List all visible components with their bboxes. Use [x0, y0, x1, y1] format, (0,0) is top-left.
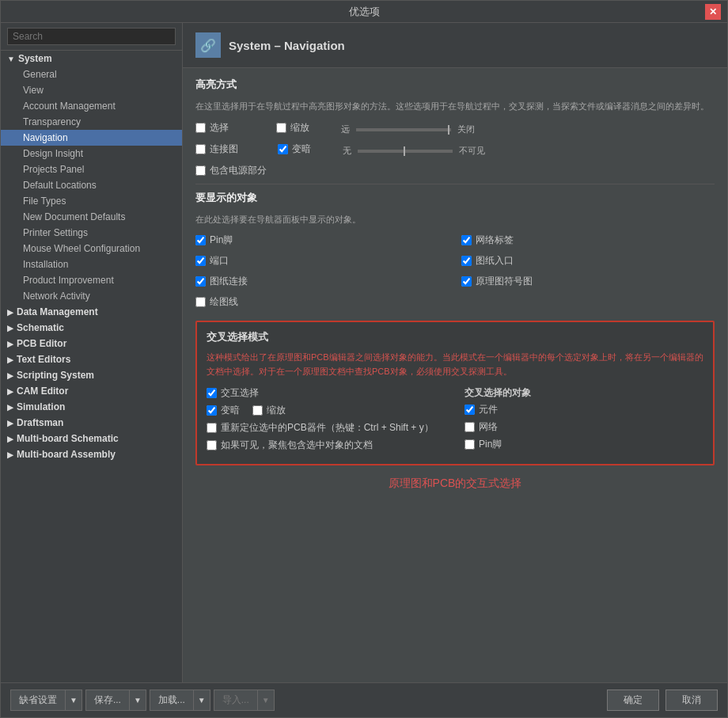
highlight-power-checkbox[interactable]	[195, 165, 206, 176]
cross-pin-checkbox[interactable]	[464, 439, 475, 450]
sidebar-item-file-types[interactable]: File Types	[1, 193, 182, 209]
defaults-arrow-button[interactable]: ▼	[65, 690, 82, 711]
sidebar-item-label-projects-panel: Projects Panel	[23, 164, 84, 175]
cross-dim-checkbox[interactable]	[207, 405, 217, 416]
display-items-grid: Pin脚 网络标签 端口 图纸入口	[195, 234, 715, 313]
tree-arrow-cam-editor: ▶	[7, 387, 13, 396]
slider-far[interactable]	[356, 128, 451, 131]
sidebar-item-account-management[interactable]: Account Management	[1, 98, 182, 114]
sidebar-item-label-default-locations: Default Locations	[23, 180, 97, 191]
sidebar-item-general[interactable]: General	[1, 66, 182, 82]
sidebar-item-label-printer-settings: Printer Settings	[23, 227, 88, 238]
footer: 缺省设置 ▼ 保存... ▼ 加载... ▼ 导入... ▼ 确定 取消	[1, 682, 727, 717]
window-title: 优选项	[23, 5, 705, 19]
search-input[interactable]	[7, 28, 176, 45]
sidebar-item-multi-board-assembly[interactable]: ▶Multi-board Assembly	[1, 446, 182, 462]
content-title: System – Navigation	[229, 39, 345, 52]
tree-arrow-scripting-system: ▶	[7, 371, 13, 380]
cross-dim-zoom-row: 变暗 缩放	[207, 404, 446, 421]
sidebar-item-draftsman[interactable]: ▶Draftsman	[1, 415, 182, 431]
sidebar-item-multi-board-schematic[interactable]: ▶Multi-board Schematic	[1, 431, 182, 446]
sidebar-item-system[interactable]: ▼System	[1, 51, 182, 66]
cross-focus: 如果可见，聚焦包含选中对象的文档	[207, 439, 446, 452]
sidebar-item-product-improvement[interactable]: Product Improvement	[1, 272, 182, 288]
display-netlabel-checkbox[interactable]	[461, 235, 472, 245]
cross-reposition-label: 重新定位选中的PCB器件（热键：Ctrl + Shift + y）	[221, 421, 434, 435]
load-arrow-button[interactable]: ▼	[193, 690, 210, 711]
sidebar-item-scripting-system[interactable]: ▶Scripting System	[1, 367, 182, 383]
sidebar-item-installation[interactable]: Installation	[1, 256, 182, 272]
navigation-icon: 🔗	[200, 38, 216, 53]
slider-invisible[interactable]	[358, 150, 453, 153]
sidebar-item-navigation[interactable]: Navigation	[1, 130, 182, 146]
display-drawline-checkbox[interactable]	[195, 297, 206, 307]
sidebar-item-cam-editor[interactable]: ▶CAM Editor	[1, 383, 182, 399]
cross-component-checkbox[interactable]	[464, 405, 475, 415]
display-schsymbol-checkbox[interactable]	[461, 276, 472, 287]
highlight-power-label: 包含电源部分	[210, 164, 267, 177]
cross-focus-checkbox[interactable]	[207, 440, 217, 450]
defaults-button[interactable]: 缺省设置	[10, 690, 65, 711]
display-sheetentry: 图纸入口	[461, 254, 715, 268]
sidebar-item-projects-panel[interactable]: Projects Panel	[1, 161, 182, 177]
sidebar-item-new-document-defaults[interactable]: New Document Defaults	[1, 209, 182, 225]
display-port-label: 端口	[210, 254, 229, 268]
save-button[interactable]: 保存...	[85, 690, 129, 711]
display-sheetconn-checkbox[interactable]	[195, 276, 206, 287]
close-button[interactable]: ✕	[705, 4, 721, 20]
display-pin-label: Pin脚	[210, 234, 233, 247]
defaults-btn-group: 缺省设置 ▼	[10, 690, 82, 711]
cross-zoom-checkbox[interactable]	[252, 405, 263, 416]
cross-mutual-select-checkbox[interactable]	[207, 388, 217, 398]
highlight-select-checkbox[interactable]	[195, 123, 206, 133]
highlight-section-desc: 在这里选择用于在导航过程中高亮图形对象的方法。这些选项用于在导航过程中，交叉探测…	[195, 100, 715, 113]
sidebar-item-transparency[interactable]: Transparency	[1, 114, 182, 130]
sidebar-item-simulation[interactable]: ▶Simulation	[1, 399, 182, 415]
cross-net-checkbox[interactable]	[464, 422, 475, 432]
cross-reposition-checkbox[interactable]	[207, 423, 217, 433]
tree-arrow-schematic: ▶	[7, 324, 13, 332]
sidebar-item-label-mouse-wheel-configuration: Mouse Wheel Configuration	[23, 243, 140, 254]
highlight-dim-checkbox[interactable]	[278, 144, 288, 154]
display-sheetentry-checkbox[interactable]	[461, 256, 472, 266]
sidebar-item-label-network-activity: Network Activity	[23, 291, 90, 302]
sidebar-item-network-activity[interactable]: Network Activity	[1, 288, 182, 304]
sidebar-item-data-management[interactable]: ▶Data Management	[1, 304, 182, 320]
tree-arrow-pcb-editor: ▶	[7, 340, 13, 348]
highlight-option-connected: 连接图	[195, 142, 238, 156]
display-section-desc: 在此处选择要在导航器面板中显示的对象。	[195, 213, 715, 226]
load-button[interactable]: 加载...	[150, 690, 193, 711]
import-arrow-button[interactable]: ▼	[257, 690, 275, 711]
display-netlabel: 网络标签	[461, 234, 715, 247]
cross-select-box: 交叉选择模式 这种模式给出了在原理图和PCB编辑器之间选择对象的能力。当此模式在…	[195, 321, 715, 465]
sidebar-item-mouse-wheel-configuration[interactable]: Mouse Wheel Configuration	[1, 241, 182, 256]
sidebar-item-label-multi-board-assembly: Multi-board Assembly	[17, 449, 116, 460]
highlight-zoom-label: 缩放	[290, 121, 309, 135]
display-sheetconn: 图纸连接	[195, 275, 449, 288]
ok-button[interactable]: 确定	[607, 690, 659, 711]
display-pin-checkbox[interactable]	[195, 235, 206, 245]
sidebar-item-default-locations[interactable]: Default Locations	[1, 177, 182, 193]
sidebar-item-text-editors[interactable]: ▶Text Editors	[1, 351, 182, 367]
highlight-zoom-checkbox[interactable]	[276, 123, 286, 133]
sidebar-item-label-file-types: File Types	[23, 196, 66, 207]
highlight-section-title: 高亮方式	[195, 78, 715, 95]
sidebar-item-printer-settings[interactable]: Printer Settings	[1, 225, 182, 241]
cross-zoom-label: 缩放	[267, 404, 286, 417]
highlight-connected-checkbox[interactable]	[195, 144, 206, 154]
cross-pin: Pin脚	[464, 438, 703, 451]
sidebar-item-schematic[interactable]: ▶Schematic	[1, 320, 182, 336]
sidebar-item-label-scripting-system: Scripting System	[17, 370, 94, 381]
sidebar-item-label-product-improvement: Product Improvement	[23, 275, 114, 286]
import-button[interactable]: 导入...	[214, 690, 257, 711]
display-netlabel-label: 网络标签	[476, 234, 514, 247]
save-arrow-button[interactable]: ▼	[129, 690, 146, 711]
display-port-checkbox[interactable]	[195, 256, 206, 266]
sidebar-item-pcb-editor[interactable]: ▶PCB Editor	[1, 336, 182, 351]
cross-desc: 这种模式给出了在原理图和PCB编辑器之间选择对象的能力。当此模式在一个编辑器中的…	[207, 351, 703, 378]
sidebar-item-label-text-editors: Text Editors	[17, 354, 70, 365]
sidebar-item-design-insight[interactable]: Design Insight	[1, 146, 182, 161]
cancel-button[interactable]: 取消	[665, 690, 718, 711]
highlight-select-label: 选择	[210, 121, 229, 135]
sidebar-item-view[interactable]: View	[1, 82, 182, 98]
